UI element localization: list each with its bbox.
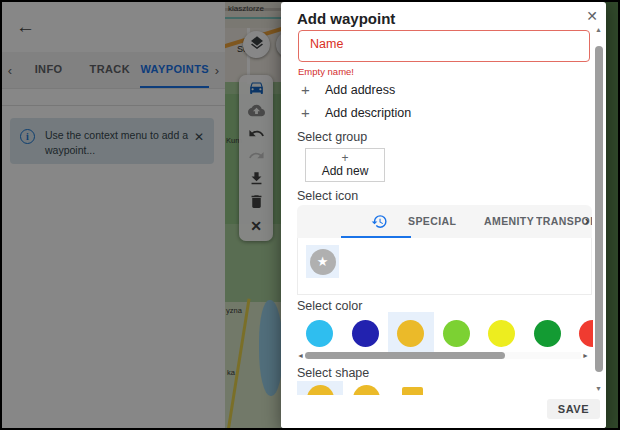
color-dot — [397, 320, 424, 347]
color-option[interactable] — [570, 312, 593, 354]
star-icon: ★ — [310, 249, 336, 275]
plus-icon: + — [301, 104, 325, 121]
add-address-button[interactable]: + Add address — [301, 81, 395, 98]
color-option[interactable] — [297, 312, 343, 354]
color-scrollbar: ◄ ► — [297, 351, 589, 360]
add-address-label: Add address — [325, 83, 395, 97]
history-clock-icon — [371, 216, 388, 233]
dialog-title: Add waypoint — [297, 10, 395, 27]
tab-special[interactable]: SPECIAL — [408, 215, 456, 227]
color-option[interactable] — [388, 312, 434, 354]
add-waypoint-dialog: Add waypoint ✕ Name Empty name! + Add ad… — [281, 2, 606, 428]
color-option[interactable] — [343, 312, 389, 354]
tab-recent-icons[interactable] — [371, 213, 388, 234]
scroll-down-icon[interactable]: ▼ — [595, 385, 602, 392]
add-description-button[interactable]: + Add description — [301, 104, 411, 121]
tab-amenity[interactable]: AMENITY — [484, 215, 534, 227]
add-new-label: Add new — [322, 164, 369, 178]
select-icon-label: Select icon — [297, 189, 358, 203]
select-color-label: Select color — [297, 299, 362, 313]
scrollbar-track[interactable] — [305, 352, 581, 359]
scroll-up-icon[interactable]: ▲ — [595, 26, 602, 33]
name-error-text: Empty name! — [298, 66, 354, 77]
color-dot — [352, 320, 379, 347]
scrollbar-thumb[interactable] — [305, 352, 505, 359]
color-row — [297, 312, 593, 354]
shape-option-square[interactable] — [389, 381, 435, 395]
add-new-group-button[interactable]: + Add new — [305, 148, 385, 182]
tab-transport[interactable]: TRANSPORT — [536, 215, 592, 227]
dialog-footer: SAVE — [281, 395, 606, 428]
shape-option-circle[interactable] — [343, 381, 389, 395]
color-dot — [488, 320, 515, 347]
icon-grid: ★ — [297, 238, 592, 295]
color-option[interactable] — [525, 312, 571, 354]
name-input[interactable]: Name — [298, 30, 590, 62]
shape-option-circle[interactable] — [297, 381, 343, 395]
add-description-label: Add description — [325, 106, 411, 120]
color-dot — [534, 320, 561, 347]
color-option[interactable] — [434, 312, 480, 354]
plus-icon: + — [341, 152, 348, 164]
name-input-label: Name — [310, 37, 343, 51]
shape-row — [297, 381, 589, 395]
color-dot — [579, 320, 593, 347]
circle-shape-icon — [307, 385, 334, 395]
scroll-left-icon[interactable]: ◄ — [297, 351, 305, 360]
tabs-scroll-right-icon[interactable]: › — [585, 213, 589, 228]
plus-icon: + — [301, 81, 325, 98]
select-shape-label: Select shape — [297, 366, 369, 380]
color-option[interactable] — [479, 312, 525, 354]
save-button[interactable]: SAVE — [547, 399, 600, 419]
app-window: klasztorze Sulejów Kurn yzna ka — [0, 0, 620, 430]
icon-category-tabs: SPECIAL AMENITY TRANSPORT › — [297, 205, 592, 238]
icon-option-star[interactable]: ★ — [306, 245, 339, 278]
select-group-label: Select group — [297, 130, 367, 144]
dialog-close-icon[interactable]: ✕ — [586, 8, 598, 24]
dialog-scrollbar: ▲ ▼ — [593, 26, 605, 392]
color-dot — [443, 320, 470, 347]
square-shape-icon — [402, 387, 423, 395]
color-dot — [306, 320, 333, 347]
scroll-right-icon[interactable]: ► — [581, 351, 589, 360]
circle-shape-icon — [353, 385, 380, 395]
scrollbar-thumb[interactable] — [595, 46, 603, 372]
